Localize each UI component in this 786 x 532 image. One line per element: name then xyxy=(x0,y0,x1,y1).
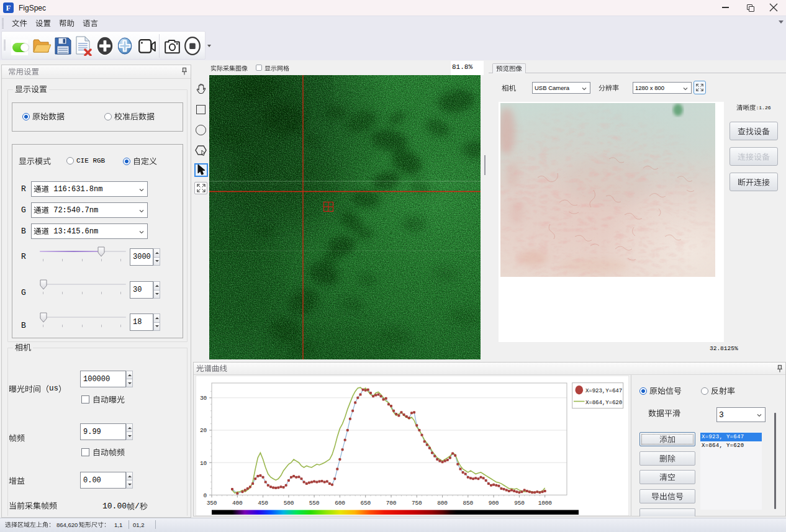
svg-text:450: 450 xyxy=(258,500,268,507)
svg-text:X=923,Y=647: X=923,Y=647 xyxy=(585,387,622,394)
svg-text:1000: 1000 xyxy=(538,500,553,507)
svg-text:700: 700 xyxy=(386,500,397,507)
svg-text:950: 950 xyxy=(514,500,525,507)
svg-text:750: 750 xyxy=(412,500,422,507)
svg-text:10: 10 xyxy=(200,460,207,467)
svg-text:500: 500 xyxy=(284,500,294,507)
svg-text:0: 0 xyxy=(203,492,207,499)
svg-text:400: 400 xyxy=(232,500,243,507)
svg-text:20: 20 xyxy=(200,427,207,434)
svg-text:550: 550 xyxy=(309,500,320,507)
svg-text:X=864,Y=620: X=864,Y=620 xyxy=(585,399,622,406)
svg-text:30: 30 xyxy=(200,395,207,402)
svg-text:350: 350 xyxy=(207,500,217,507)
svg-text:650: 650 xyxy=(360,500,371,507)
svg-text:600: 600 xyxy=(335,500,345,507)
svg-text:900: 900 xyxy=(489,500,499,507)
svg-text:800: 800 xyxy=(437,500,448,507)
svg-text:850: 850 xyxy=(463,500,474,507)
